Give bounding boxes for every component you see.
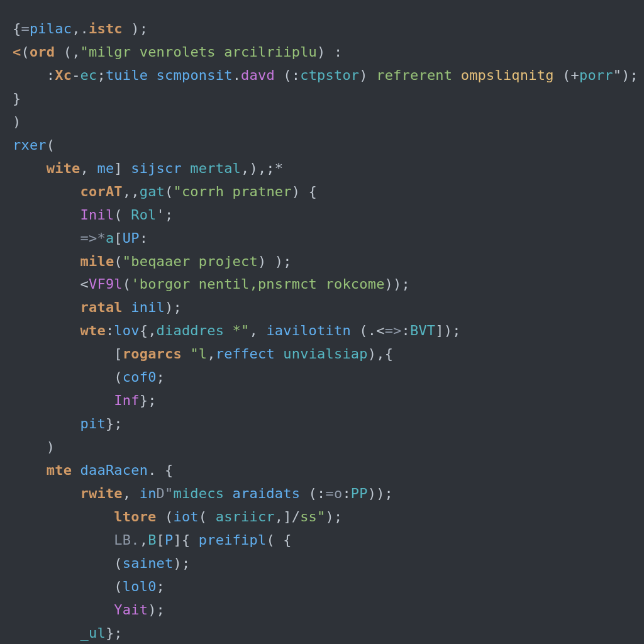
- code-token: BVT: [410, 323, 435, 338]
- code-line: Inil( Rol';: [13, 207, 173, 223]
- code-token: refrerent: [376, 67, 452, 83]
- code-token: "l: [190, 346, 207, 362]
- code-token: ,: [250, 323, 267, 338]
- code-token: cof0: [123, 369, 157, 385]
- code-token: ));: [368, 486, 393, 501]
- code-line: <VF9l('borgor nentil,pnsrmct rokcome));: [13, 276, 410, 292]
- code-token: =: [21, 21, 29, 36]
- code-token: pit: [80, 416, 106, 431]
- code-token: ,: [80, 160, 97, 176]
- code-token: sainet: [123, 555, 174, 571]
- code-token: daaRacen: [80, 462, 148, 478]
- code-token: (: [114, 207, 131, 223]
- code-token: P: [165, 532, 173, 548]
- code-token: [224, 323, 232, 338]
- code-token: "corrh pratner: [173, 184, 291, 199]
- code-token: ltore: [114, 509, 156, 525]
- code-token: ;: [157, 369, 165, 385]
- code-line: rwite, inD"midecs araidats (:=o:PP));: [13, 486, 393, 501]
- code-token: =>*: [80, 230, 106, 246]
- code-token: *": [233, 323, 250, 338]
- code-line: mile("beqaaer project) );: [13, 253, 292, 269]
- code-token: iavilotitn: [266, 323, 350, 338]
- code-line: _ul};: [13, 625, 123, 641]
- code-token: [224, 486, 232, 501]
- code-token: porr: [579, 67, 613, 83]
- code-token: (: [114, 369, 122, 385]
- code-line: (lol0;: [13, 579, 165, 594]
- code-token: LB.: [114, 532, 139, 548]
- code-line: [rogarcs "l,reffect unvialsiap),{: [13, 346, 393, 362]
- code-token: [: [114, 230, 122, 246]
- code-token: ;: [97, 67, 105, 83]
- code-token: (: [114, 555, 122, 571]
- code-token: (: [21, 44, 29, 60]
- code-token: =>: [385, 323, 402, 338]
- code-token: PP: [351, 486, 368, 501]
- code-token: [182, 160, 190, 176]
- code-token: ) :: [317, 44, 342, 60]
- code-token: (:: [275, 67, 300, 83]
- code-token: unvialsiap: [283, 346, 367, 362]
- code-token: rogarcs: [123, 346, 182, 362]
- code-token: scmponsit: [157, 67, 233, 83]
- code-token: ratal: [80, 299, 123, 315]
- code-token: {,: [140, 323, 157, 338]
- code-token: ,: [123, 486, 140, 501]
- code-token: in: [140, 486, 157, 501]
- code-token: ,.: [72, 21, 89, 36]
- code-token: (,: [55, 44, 80, 60]
- code-token: -: [72, 67, 80, 83]
- code-token: "milgr venrolets arcilriiplu: [80, 44, 317, 60]
- code-token: ,: [207, 346, 215, 362]
- code-token: rxer: [13, 137, 47, 153]
- code-token: <: [13, 44, 21, 60]
- code-token: ),{: [368, 346, 393, 362]
- code-line: wite, me] sijscr mertal,),;*: [13, 160, 283, 176]
- code-token: ) {: [292, 184, 317, 199]
- code-token: midecs: [173, 486, 224, 501]
- code-token: 'borgor nentil,pnsrmct rokcome: [131, 276, 384, 292]
- code-token: ( {: [266, 532, 291, 548]
- code-token: D": [157, 486, 174, 501]
- code-line: }: [13, 91, 21, 106]
- code-line: Inf};: [13, 392, 157, 408]
- code-token: ec: [80, 67, 97, 83]
- code-token: diaddres: [157, 323, 225, 338]
- code-token: :: [140, 230, 148, 246]
- code-token: ,]/: [275, 509, 300, 525]
- code-token: [: [114, 346, 122, 362]
- code-token: (: [199, 509, 216, 525]
- code-token: [452, 67, 460, 83]
- code-editor-content[interactable]: {=pilac,.istc ); <(ord (,"milgr venrolet…: [0, 0, 644, 644]
- code-token: ): [13, 114, 21, 130]
- code-token: ): [47, 439, 55, 455]
- code-token: iot: [173, 509, 198, 525]
- code-token: Yait: [114, 602, 148, 618]
- code-token: [72, 462, 80, 478]
- code-token: lov: [114, 323, 139, 338]
- code-token: .: [233, 67, 241, 83]
- code-token: wte: [80, 323, 106, 338]
- code-line: <(ord (,"milgr venrolets arcilriiplu) :: [13, 44, 342, 60]
- code-token: lol0: [123, 579, 157, 594]
- code-token: (: [165, 184, 173, 199]
- code-line: LB.,B[P]{ preifipl( {: [13, 532, 292, 548]
- code-token: ctpstor: [300, 67, 359, 83]
- code-token: a: [106, 230, 114, 246]
- code-token: tuile: [106, 67, 148, 83]
- code-token: :: [106, 323, 114, 338]
- code-token: ]);: [435, 323, 460, 338]
- code-line: {=pilac,.istc );: [13, 21, 148, 36]
- code-line: (sainet);: [13, 555, 190, 571]
- code-token: Inf: [114, 392, 139, 408]
- code-token: [182, 346, 190, 362]
- code-token: :: [47, 67, 55, 83]
- code-token: ;: [157, 579, 165, 594]
- code-token: corAT: [80, 184, 123, 199]
- code-line: =>*a[UP:: [13, 230, 148, 246]
- code-token: "beqaaer project: [123, 253, 258, 269]
- code-token: istc: [89, 21, 123, 36]
- code-token: UP: [123, 230, 140, 246]
- code-token: ,),;*: [241, 160, 283, 176]
